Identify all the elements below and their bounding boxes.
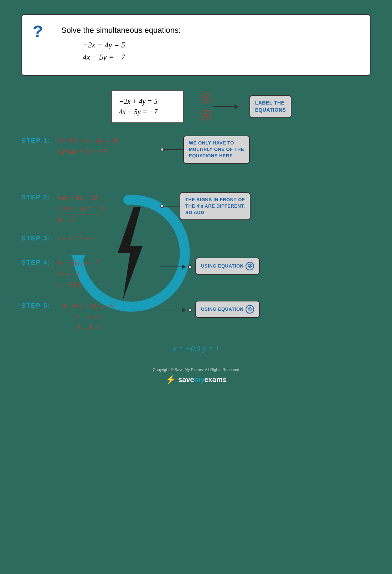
step5-line2: 1 + 4 = 5 xyxy=(64,312,113,322)
step1-callout-area: WE ONLY HAVE TO MULTIPLY ONE OF THE EQUA… xyxy=(157,136,371,164)
footer-logo: ⚡ savemyexams xyxy=(7,375,385,385)
step5-math: −2(−0.5) + 4(1) = 5 1 + 4 = 5 5 = 5 ✓ xyxy=(57,301,113,333)
step4-line1: 4x − 5(1) = −7 xyxy=(57,258,99,268)
step4-label: STEP 4: xyxy=(21,259,53,266)
step3-row: STEP 3: y = 3 ÷ 3 = 1 xyxy=(21,233,371,243)
step1-label: STEP 1: xyxy=(21,137,53,144)
step4-dot xyxy=(188,265,192,269)
footer-bolt-icon: ⚡ xyxy=(165,375,176,385)
circle-label-1: ① xyxy=(201,93,211,103)
step5-line1: −2(−0.5) + 4(1) = 5 xyxy=(57,301,113,311)
step1-row: STEP 1: [2×①] −4x + 8y = 10 [②] 4x − 5y … xyxy=(21,136,371,164)
step4-math: 4x − 5(1) = −7 4x = −2 x = −0.5 xyxy=(57,258,99,290)
step1-line1: [2×①] −4x + 8y = 10 xyxy=(57,136,118,146)
step5-callout-text: USING EQUATION xyxy=(201,306,243,313)
step4-line2: 4x = −2 xyxy=(57,269,99,279)
step4-callout-text: USING EQUATION xyxy=(201,263,243,269)
question-box: ? Solve the simultaneous equations: −2x … xyxy=(21,14,371,76)
step1-line2: [②] 4x − 5y = −7 xyxy=(57,146,118,157)
label-equations-box: −2x + 4y = 5 4x − 5y = −7 xyxy=(111,90,184,123)
step4-row: STEP 4: 4x − 5(1) = −7 4x = −2 x = −0.5 xyxy=(21,258,371,290)
step2-content: STEP 2: −4x + 8y = 10 + (4x − 5y = −7) 3… xyxy=(21,192,157,225)
question-eq1: −2x + 4y = 5 xyxy=(83,40,356,50)
step5-callout: USING EQUATION ① xyxy=(195,301,260,318)
step2-line1: −4x + 8y = 10 xyxy=(57,192,104,203)
step2-callout-area: THE SIGNS IN FRONT OF THE 4's ARE DIFFER… xyxy=(157,192,371,220)
step5-callout-area: USING EQUATION ① xyxy=(157,301,371,318)
step4-callout-area: USING EQUATION ② xyxy=(157,258,371,275)
circle-label-2: ② xyxy=(201,110,211,121)
question-title: Solve the simultaneous equations: xyxy=(61,26,356,35)
copyright-text: Copyright © Save My Exams. All Rights Re… xyxy=(7,367,385,372)
step1-arrow-line xyxy=(164,149,182,150)
footer: Copyright © Save My Exams. All Rights Re… xyxy=(0,360,392,392)
step4-line3: x = −0.5 xyxy=(57,279,99,290)
step2-line2: + (4x − 5y = −7) xyxy=(57,203,104,214)
step2-dot xyxy=(160,204,164,208)
footer-brand: savemyexams xyxy=(178,376,227,384)
step5-line3: 5 = 5 ✓ xyxy=(64,322,113,333)
step4-content: STEP 4: 4x − 5(1) = −7 4x = −2 x = −0.5 xyxy=(21,258,157,290)
question-text: Solve the simultaneous equations: −2x + … xyxy=(61,26,356,62)
step4-eq-circle: ② xyxy=(246,262,254,270)
step3-label: STEP 3: xyxy=(21,235,53,242)
final-answer: x = −0.5 y = 1 xyxy=(21,344,371,353)
step5-row: STEP 5: −2(−0.5) + 4(1) = 5 1 + 4 = 5 5 … xyxy=(21,301,371,333)
step2-label: STEP 2: xyxy=(21,194,53,201)
step4-callout: USING EQUATION ② xyxy=(195,258,260,275)
step2-line3: 3y = 3 xyxy=(57,214,104,225)
label-eq2-text: 4x − 5y = −7 xyxy=(119,108,176,116)
label-callout: LABEL THE EQUATIONS xyxy=(249,95,292,118)
step5-eq-circle: ① xyxy=(246,305,254,314)
step3-line: y = 3 ÷ 3 = 1 xyxy=(57,234,93,242)
step2-math: −4x + 8y = 10 + (4x − 5y = −7) 3y = 3 xyxy=(57,192,104,225)
step2-row: STEP 2: −4x + 8y = 10 + (4x − 5y = −7) 3… xyxy=(21,192,371,225)
step5-content: STEP 5: −2(−0.5) + 4(1) = 5 1 + 4 = 5 5 … xyxy=(21,301,157,333)
step1-content: STEP 1: [2×①] −4x + 8y = 10 [②] 4x − 5y … xyxy=(21,136,157,157)
label-eq1-text: −2x + 4y = 5 xyxy=(119,97,176,106)
step5-dot xyxy=(188,308,192,312)
step1-math: [2×①] −4x + 8y = 10 [②] 4x − 5y = −7 xyxy=(57,136,118,157)
step2-arrow-line xyxy=(164,206,178,207)
step1-dot xyxy=(160,148,164,151)
step5-label: STEP 5: xyxy=(21,302,53,310)
step2-callout: THE SIGNS IN FRONT OF THE 4's ARE DIFFER… xyxy=(180,192,251,220)
question-eq2: 4x − 5y = −7 xyxy=(83,52,356,62)
step3-math: y = 3 ÷ 3 = 1 xyxy=(57,233,93,243)
step1-callout: WE ONLY HAVE TO MULTIPLY ONE OF THE EQUA… xyxy=(183,136,250,164)
question-icon: ? xyxy=(33,24,43,41)
